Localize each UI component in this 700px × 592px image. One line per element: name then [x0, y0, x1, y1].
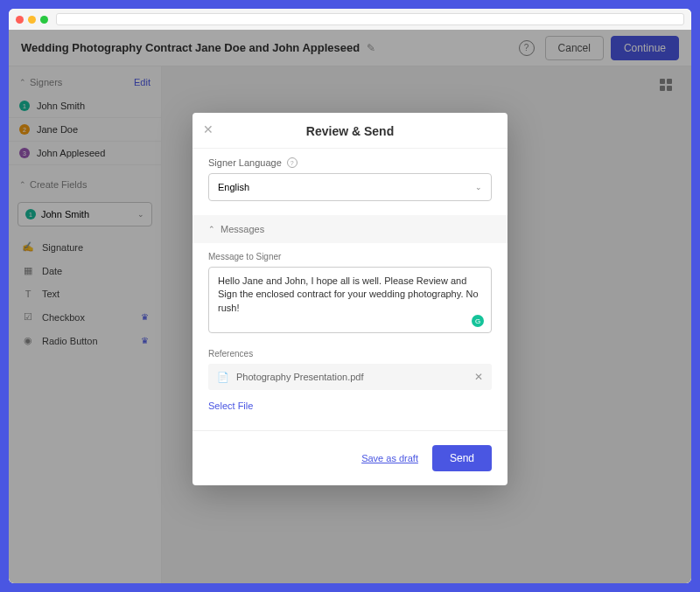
chevron-up-icon: ⌃: [208, 225, 215, 233]
close-icon[interactable]: ✕: [203, 122, 214, 136]
review-send-modal: ✕ Review & Send Signer Language ? Englis…: [192, 113, 508, 485]
message-to-signer-label: Message to Signer: [192, 243, 508, 267]
language-value: English: [218, 182, 249, 192]
url-bar[interactable]: [56, 13, 684, 25]
traffic-light-min[interactable]: [28, 16, 36, 24]
remove-file-icon[interactable]: ✕: [474, 371, 483, 383]
browser-window: Wedding Photography Contract Jane Doe an…: [9, 9, 691, 583]
select-file-link[interactable]: Select File: [192, 397, 508, 423]
chevron-down-icon: ⌄: [475, 183, 482, 192]
save-as-draft-link[interactable]: Save as draft: [361, 453, 418, 463]
references-label: References: [192, 344, 508, 364]
message-textarea[interactable]: Hello Jane and John, I hope all is well.…: [208, 267, 492, 333]
messages-label: Messages: [220, 224, 264, 234]
browser-chrome: [9, 9, 691, 30]
reference-file-row: 📄 Photography Presentation.pdf ✕: [208, 364, 492, 390]
language-select[interactable]: English ⌄: [208, 173, 492, 201]
modal-body[interactable]: Signer Language ? English ⌄ ⌃ Messages M…: [192, 149, 508, 430]
file-icon: 📄: [217, 372, 229, 383]
traffic-light-close[interactable]: [16, 16, 24, 24]
app-root: Wedding Photography Contract Jane Doe an…: [9, 30, 691, 583]
modal-footer: Save as draft Send: [192, 430, 508, 485]
message-text: Hello Jane and John, I hope all is well.…: [218, 275, 482, 315]
modal-title: Review & Send: [306, 124, 394, 138]
signer-language-label: Signer Language ?: [192, 149, 508, 173]
modal-header: ✕ Review & Send: [192, 113, 508, 149]
grammarly-icon[interactable]: G: [472, 315, 484, 327]
messages-section-head[interactable]: ⌃ Messages: [192, 215, 508, 243]
help-icon[interactable]: ?: [287, 157, 298, 168]
reference-file-name: Photography Presentation.pdf: [236, 372, 364, 382]
traffic-light-max[interactable]: [40, 16, 48, 24]
send-button[interactable]: Send: [432, 445, 492, 471]
